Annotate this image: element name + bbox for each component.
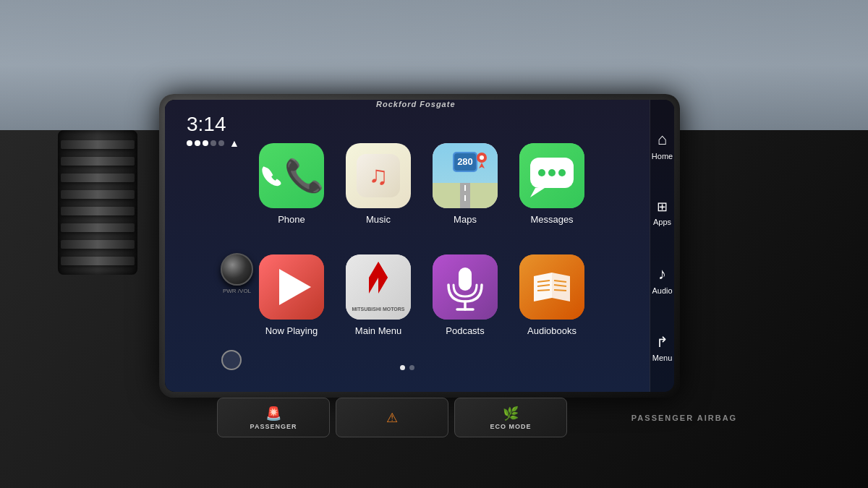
svg-rect-9 (464, 195, 466, 201)
mainmenu-icon: MITSUBISHI MOTORS (346, 254, 411, 320)
bottom-controls: 🚨 PASSENGER ⚠ 🌿 ECO MODE PASSENGER AIRBA… (217, 398, 796, 437)
vent-slat (61, 174, 135, 182)
svg-line-35 (554, 290, 566, 291)
svg-line-32 (537, 290, 550, 291)
eco-icon: 🌿 (503, 406, 519, 421)
passenger-label: PASSENGER (250, 423, 297, 430)
audiobooks-icon (519, 254, 584, 320)
music-icon: ♫ (346, 143, 411, 208)
app-maps[interactable]: 280 (433, 143, 498, 225)
home-button[interactable] (221, 350, 242, 370)
pwr-vol-label: PWR /VOL (223, 288, 251, 295)
vent-slat (61, 207, 135, 215)
page-dot-inactive (409, 365, 414, 370)
dashboard-background: Rockford Fosgate 3:14 ▲ (0, 0, 868, 488)
status-area: 3:14 ▲ (187, 114, 239, 149)
menu-icon: ↱ (656, 333, 668, 351)
sidebar-menu[interactable]: ↱ Menu (652, 333, 673, 362)
music-label: Music (366, 214, 391, 225)
svg-point-11 (480, 155, 484, 160)
svg-text:♫: ♫ (369, 160, 388, 190)
brand-label: Rockford Fosgate (376, 100, 456, 108)
pagination-indicator (400, 365, 414, 377)
sidebar-audio-label: Audio (652, 286, 672, 295)
clock-display: 3:14 (187, 114, 239, 134)
app-audiobooks[interactable]: Audiobooks (519, 254, 584, 336)
nowplaying-label: Now Playing (265, 325, 318, 336)
audio-icon: ♪ (658, 265, 666, 283)
maps-label: Maps (454, 214, 477, 225)
page-dot-active (400, 365, 405, 370)
app-phone[interactable]: Phone (259, 143, 324, 225)
maps-icon: 280 (433, 143, 498, 208)
passenger-button[interactable]: 🚨 PASSENGER (217, 398, 330, 437)
eco-mode-button[interactable]: 🌿 ECO MODE (454, 398, 567, 437)
sidebar-home[interactable]: ⌂ Home (652, 130, 673, 160)
vent-slat (61, 223, 135, 232)
vent-slat (61, 190, 135, 199)
passenger-icon: 🚨 (265, 406, 281, 421)
home-icon: ⌂ (658, 130, 667, 149)
screen-bezel: 3:14 ▲ (159, 94, 680, 398)
signal-indicator: ▲ (187, 137, 239, 149)
apps-icon: ⊞ (657, 199, 668, 215)
airbag-label: PASSENGER AIRBAG (631, 414, 737, 422)
svg-point-16 (558, 169, 566, 176)
vent-slat (61, 240, 135, 249)
app-grid: Phone (187, 114, 628, 365)
svg-text:MITSUBISHI MOTORS: MITSUBISHI MOTORS (352, 307, 405, 312)
app-podcasts[interactable]: Podcasts (433, 254, 498, 336)
warning-icon: ⚠ (386, 410, 398, 426)
podcasts-label: Podcasts (446, 325, 484, 336)
air-vent (58, 130, 137, 275)
app-mainmenu[interactable]: MITSUBISHI MOTORS Main Menu (346, 254, 411, 336)
sidebar-menu-label: Menu (652, 354, 673, 362)
sidebar-audio[interactable]: ♪ Audio (652, 265, 672, 295)
signal-dot-2 (195, 140, 200, 146)
svg-rect-26 (459, 267, 472, 291)
svg-rect-8 (464, 185, 466, 191)
pwr-vol-control[interactable]: PWR /VOL (221, 253, 253, 295)
signal-dot-4 (210, 140, 216, 146)
vent-slat (61, 157, 135, 166)
sidebar-apps[interactable]: ⊞ Apps (653, 199, 671, 226)
vent-slat (61, 257, 135, 265)
warning-button[interactable]: ⚠ (336, 398, 448, 437)
wifi-icon: ▲ (229, 137, 239, 149)
app-nowplaying[interactable]: Now Playing (259, 254, 324, 336)
app-messages[interactable]: Messages (519, 143, 584, 225)
svg-point-14 (538, 169, 545, 176)
podcasts-icon (433, 254, 498, 320)
mainmenu-label: Main Menu (355, 325, 401, 336)
phone-label: Phone (278, 214, 305, 225)
carplay-sidebar: ⌂ Home ⊞ Apps ♪ Audio ↱ Menu (650, 100, 674, 392)
messages-icon (519, 143, 584, 208)
svg-point-15 (548, 169, 556, 176)
airbag-indicator: PASSENGER AIRBAG (573, 398, 796, 437)
vent-slat (61, 140, 135, 149)
volume-knob[interactable] (221, 253, 253, 286)
carplay-main: 3:14 ▲ (165, 100, 650, 392)
eco-label: ECO MODE (490, 423, 531, 430)
audiobooks-label: Audiobooks (527, 325, 576, 336)
nowplaying-icon (259, 254, 324, 320)
messages-label: Messages (530, 214, 573, 225)
carplay-ui: 3:14 ▲ (165, 100, 674, 392)
signal-dot-1 (187, 140, 192, 146)
carplay-screen: 3:14 ▲ (165, 100, 674, 392)
svg-text:280: 280 (457, 156, 473, 167)
sidebar-home-label: Home (652, 152, 673, 160)
sidebar-apps-label: Apps (653, 218, 671, 226)
app-music[interactable]: ♫ Music (346, 143, 411, 225)
signal-dot-5 (218, 140, 224, 146)
signal-dot-3 (203, 140, 208, 146)
phone-icon (259, 143, 324, 208)
